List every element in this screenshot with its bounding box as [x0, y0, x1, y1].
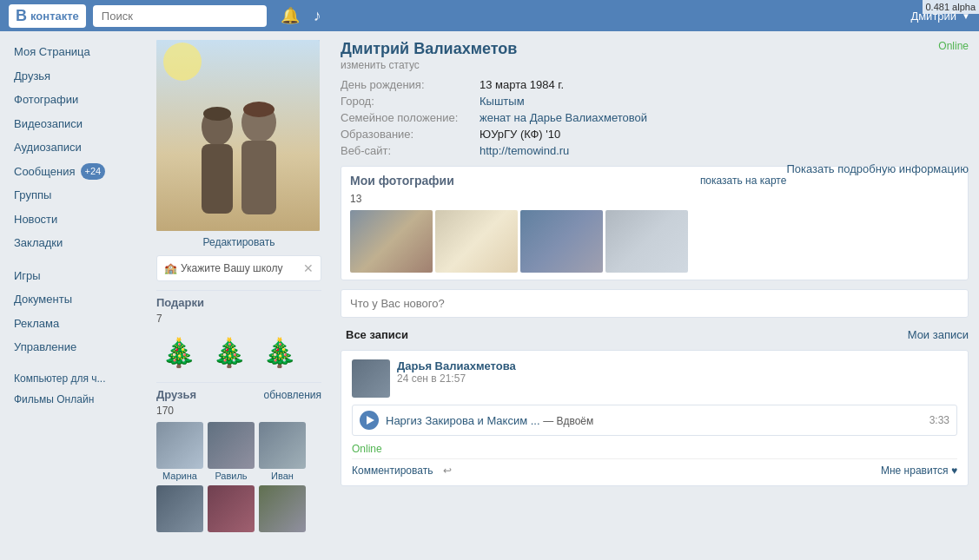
- photo-thumb-1[interactable]: [350, 210, 433, 273]
- sidebar-item-bookmarks[interactable]: Закладки: [0, 231, 148, 255]
- sidebar-item-videos[interactable]: Видеозаписи: [0, 112, 148, 136]
- wall-status-input[interactable]: [350, 297, 959, 310]
- friends-header: Друзья обновления: [156, 388, 321, 401]
- friends-title: Друзья: [156, 388, 196, 401]
- sidebar-item-games-label: Игры: [14, 267, 41, 285]
- post-avatar[interactable]: [352, 359, 390, 398]
- info-row-education: Образование: ЮУрГУ (КФ) '10: [341, 128, 969, 141]
- gifts-row: 🎄 🎄 🎄: [156, 330, 321, 375]
- school-close-button[interactable]: ✕: [303, 261, 314, 275]
- svg-rect-5: [241, 141, 276, 214]
- post-actions: Комментировать ↩ Мне нравится ♥: [352, 458, 957, 477]
- sidebar-item-bookmarks-label: Закладки: [14, 234, 63, 252]
- family-label: Семейное положение:: [341, 111, 480, 124]
- friend-photo-extra-2[interactable]: [208, 485, 255, 532]
- sidebar-divider-1: [0, 255, 148, 264]
- sidebar-item-app1[interactable]: Компьютер для ч...: [0, 368, 148, 389]
- website-label: Веб-сайт:: [341, 144, 480, 157]
- gift-item-2[interactable]: 🎄: [207, 330, 252, 375]
- play-button[interactable]: [360, 411, 379, 430]
- sidebar-item-audio[interactable]: Аудиозаписи: [0, 135, 148, 160]
- website-value[interactable]: http://temowind.ru: [480, 144, 569, 157]
- svg-point-1: [163, 43, 202, 81]
- sidebar-app2-label: Фильмы Онлайн: [14, 392, 94, 407]
- post-author[interactable]: Дарья Валиахметова: [397, 359, 957, 372]
- music-info: Наргиз Закирова и Максим ... — Вдвоём: [386, 414, 923, 427]
- friend-item-marina[interactable]: Марина: [156, 422, 203, 481]
- like-action[interactable]: Мне нравится ♥: [881, 464, 957, 477]
- gifts-section: Подарки 7 🎄 🎄 🎄: [156, 290, 321, 375]
- sidebar-item-management-label: Управление: [14, 339, 76, 356]
- search-input[interactable]: [93, 5, 267, 27]
- sidebar-item-mypage[interactable]: Моя Страница: [0, 40, 148, 64]
- messages-badge: +24: [81, 163, 106, 180]
- photo-silhouette: [156, 40, 320, 231]
- notification-icon[interactable]: 🔔: [281, 6, 300, 25]
- friend-name-ivan: Иван: [259, 471, 306, 481]
- sidebar-item-photos[interactable]: Фотографии: [0, 88, 148, 112]
- friends-update-link[interactable]: обновления: [264, 389, 321, 401]
- photos-section: Мои фотографии показать на карте 13: [341, 166, 969, 280]
- music-icon[interactable]: ♪: [314, 7, 321, 25]
- profile-area: Редактировать 🏫 Укажите Вашу школу ✕ Под…: [148, 31, 330, 560]
- share-icon[interactable]: ↩: [443, 464, 452, 477]
- wall-tab-my[interactable]: Мои записи: [908, 328, 969, 341]
- info-row-birthday: День рождения: 13 марта 1984 г.: [341, 78, 969, 91]
- sidebar-divider-2: [0, 359, 148, 368]
- friend-item-ivan[interactable]: Иван: [259, 422, 306, 481]
- show-more-info-link[interactable]: Показать подробную информацию: [786, 162, 969, 175]
- photo-placeholder: [156, 40, 320, 231]
- sidebar-item-messages-label: Сообщения: [14, 163, 76, 181]
- vk-logo-vk: В: [16, 7, 27, 25]
- photo-thumb-4[interactable]: [605, 210, 688, 273]
- friends-row2: [156, 485, 321, 532]
- city-value[interactable]: Кыштым: [480, 95, 525, 108]
- sidebar-item-groups-label: Группы: [14, 187, 51, 204]
- svg-point-7: [243, 102, 275, 117]
- sidebar-item-games[interactable]: Игры: [0, 264, 148, 288]
- sidebar-item-news[interactable]: Новости: [0, 208, 148, 232]
- friend-item-ravil[interactable]: Равиль: [208, 422, 255, 481]
- comment-action[interactable]: Комментировать: [352, 464, 433, 477]
- sidebar-item-management[interactable]: Управление: [0, 335, 148, 359]
- edit-profile-link[interactable]: Редактировать: [156, 236, 321, 248]
- photos-header: Мои фотографии показать на карте: [350, 174, 786, 188]
- version-badge: 0.481 alpha: [923, 0, 980, 14]
- friends-count: 170: [156, 405, 321, 417]
- gift-item-3[interactable]: 🎄: [257, 330, 302, 375]
- photos-map-link[interactable]: показать на карте: [700, 175, 787, 187]
- sidebar-item-app2[interactable]: Фильмы Онлайн: [0, 389, 148, 410]
- sidebar-item-docs[interactable]: Документы: [0, 287, 148, 312]
- wall-tab-all[interactable]: Все записи: [341, 326, 413, 343]
- sidebar-item-friends[interactable]: Друзья: [0, 64, 148, 89]
- friends-grid: Марина Равиль Иван: [156, 422, 321, 481]
- sidebar-item-groups[interactable]: Группы: [0, 183, 148, 208]
- sidebar-item-mypage-label: Моя Страница: [14, 43, 90, 61]
- profile-status-link[interactable]: изменить статус: [341, 59, 420, 71]
- gift-item-1[interactable]: 🎄: [156, 330, 202, 375]
- sidebar-item-messages[interactable]: Сообщения +24: [0, 160, 148, 184]
- music-duration: 3:33: [929, 414, 949, 426]
- info-table: День рождения: 13 марта 1984 г. Город: К…: [341, 78, 969, 157]
- family-value[interactable]: женат на Дарье Валиахметовой: [480, 111, 647, 124]
- sidebar-item-ads[interactable]: Реклама: [0, 312, 148, 336]
- sidebar-item-videos-label: Видеозаписи: [14, 115, 83, 133]
- heart-icon: ♥: [951, 464, 957, 477]
- friend-name-ravil: Равиль: [208, 471, 255, 481]
- post-time: 24 сен в 21:57: [397, 372, 957, 385]
- school-widget: 🏫 Укажите Вашу школу ✕: [156, 255, 321, 281]
- post-item: Дарья Валиахметова 24 сен в 21:57 Наргиз…: [341, 350, 969, 486]
- photo-thumb-2[interactable]: [435, 210, 518, 273]
- friend-photo-extra-3[interactable]: [259, 485, 306, 532]
- sidebar-item-photos-label: Фотографии: [14, 91, 78, 109]
- vk-logo[interactable]: В контакте: [9, 4, 86, 28]
- profile-photo[interactable]: [156, 40, 320, 231]
- sidebar-app1-label: Компьютер для ч...: [14, 371, 106, 386]
- post-meta: Дарья Валиахметова 24 сен в 21:57: [397, 359, 957, 385]
- play-triangle-icon: [367, 416, 374, 425]
- friends-section: Друзья обновления 170 Марина Равиль Иван: [156, 382, 321, 532]
- friend-photo-extra-1[interactable]: [156, 485, 203, 532]
- topbar-icons: 🔔 ♪: [281, 6, 321, 25]
- post-music-player: Наргиз Закирова и Максим ... — Вдвоём 3:…: [352, 405, 957, 436]
- photo-thumb-3[interactable]: [520, 210, 603, 273]
